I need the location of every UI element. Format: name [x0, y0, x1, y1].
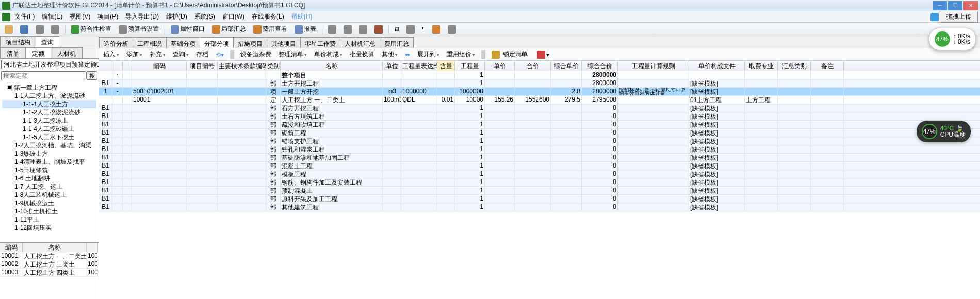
rt-i2[interactable]: ⬌ [403, 50, 412, 59]
tree-node[interactable]: 1-8人工装机械运土 [2, 191, 96, 199]
tb-i9[interactable] [445, 24, 459, 35]
rt-batch[interactable]: 批量换算 [348, 49, 377, 60]
tree-node[interactable]: 1-1-3人工挖冻土 [2, 117, 96, 125]
quota-select[interactable]: 河北省土地开发整理项目预算定额02 [1, 60, 112, 69]
tree-node[interactable]: 1-1-2人工挖淤泥流砂 [2, 108, 96, 117]
rt-add[interactable]: 添加 [124, 49, 144, 60]
col-head-17[interactable]: 单价构成文件 [689, 61, 745, 71]
col-head-4[interactable]: 项目编号 [187, 61, 218, 71]
tree-node[interactable]: 1-12回填压实 [2, 224, 96, 232]
table-row[interactable]: B1部砌筑工程10[缺省模板] [99, 129, 980, 137]
tb-i1[interactable] [325, 24, 339, 35]
search-button[interactable]: 搜 [86, 71, 97, 80]
table-row[interactable]: B1部土石方填筑工程10[缺省模板] [99, 112, 980, 121]
menu-edit[interactable]: 编辑(E) [39, 11, 66, 22]
col-head-11[interactable]: 工程量 [455, 61, 485, 71]
tree-node[interactable]: 1-5田埂修筑 [2, 166, 96, 174]
rt-sort[interactable]: 整理清单 [276, 49, 309, 60]
table-row[interactable]: -整个项目12800000 [99, 71, 980, 79]
col-head-9[interactable]: 工程量表达式 [401, 61, 437, 71]
cloud-icon[interactable] [930, 13, 939, 21]
rt-i3[interactable]: ▾ [535, 49, 551, 60]
col-head-5[interactable]: 主要技术条款编码 [218, 61, 266, 71]
rtab-0[interactable]: 造价分析 [99, 37, 133, 48]
menu-system[interactable]: 系统(S) [191, 11, 218, 22]
table-row[interactable]: B1-部土方开挖工程12800000[缺省模板] [99, 79, 980, 88]
tab-project-structure[interactable]: 项目结构 [0, 36, 36, 47]
subtab-list[interactable]: 清单 [0, 47, 26, 58]
col-head-8[interactable]: 单位 [383, 61, 401, 71]
search-input[interactable] [1, 71, 86, 80]
rt-supp[interactable]: 补充 [148, 49, 168, 60]
table-row[interactable]: B1部钢筋、钢构件加工及安装工程10[缺省模板] [99, 178, 980, 187]
rt-query[interactable]: 查询 [171, 49, 191, 60]
col-head-7[interactable]: 名称 [281, 61, 383, 71]
upload-button[interactable]: 拖拽上传 [940, 11, 978, 23]
tree-node[interactable]: 1-1-5人工水下挖土 [2, 133, 96, 141]
col-head-10[interactable]: 含量 [437, 61, 455, 71]
rt-lock[interactable]: 锁定清单 [489, 48, 532, 61]
table-row[interactable]: 10001定人工挖土方 一、二类土100m3QDL0.0110000155.26… [99, 96, 980, 104]
subtab-quota[interactable]: 定额 [25, 47, 51, 58]
table-row[interactable]: B1部锚喷支护工程10[缺省模板] [99, 137, 980, 145]
tree-node[interactable]: 1-6 土地翻耕 [2, 174, 96, 182]
menu-help[interactable]: 帮助(H) [288, 11, 316, 22]
table-row[interactable]: B1部疏浚和吹填工程10[缺省模板] [99, 121, 980, 129]
menu-window[interactable]: 窗口(W) [219, 11, 248, 22]
col-head-6[interactable]: 类别 [266, 61, 281, 71]
rtab-3[interactable]: 分部分项 [200, 37, 234, 48]
tb-prop[interactable]: 属性窗口 [168, 23, 207, 35]
table-row[interactable]: B1部混凝土工程10[缺省模板] [99, 162, 980, 170]
rt-equip[interactable]: 设备运杂费 [238, 49, 273, 60]
col-head-3[interactable]: 编码 [132, 61, 187, 71]
col-head-2[interactable] [123, 61, 132, 71]
tb-report[interactable]: 报表 [292, 23, 319, 35]
tree-node[interactable]: 1-4清理表土、削坡及找平 [2, 158, 96, 166]
tb-i5[interactable]: B [392, 24, 402, 35]
quota-dropdown[interactable]: 河北省土地开发整理项目预算定额02 ▾ [0, 59, 99, 70]
rtab-7[interactable]: 人材机汇总 [340, 37, 380, 48]
tree-node[interactable]: 1-1人工挖土方、淤泥流砂 [2, 92, 96, 100]
tb-i8[interactable] [430, 24, 443, 35]
tree-node[interactable]: 1-7 人工挖、运土 [2, 182, 96, 191]
menu-maintain[interactable]: 维护(D) [163, 11, 190, 22]
tb-i6[interactable] [404, 24, 417, 35]
bg-row[interactable]: 10001人工挖土方 一、二类土100 [0, 252, 99, 260]
tb-open[interactable] [2, 24, 15, 35]
rt-i1[interactable]: ⟲▾ [214, 50, 226, 59]
tb-check[interactable]: 符合性检查 [69, 23, 114, 35]
close-button[interactable]: ✕ [963, 1, 978, 10]
main-grid[interactable]: 编码项目编号主要技术条款编码类别名称单位工程量表达式含量工程量单价合价综合单价综… [99, 61, 980, 299]
maximize-button[interactable]: ☐ [948, 1, 962, 10]
rtab-8[interactable]: 费用汇总 [380, 37, 414, 48]
bg-row[interactable]: 10003人工挖土方 四类土100 [0, 269, 99, 277]
rtab-5[interactable]: 其他项目 [267, 37, 301, 48]
menu-import[interactable]: 导入导出(D) [122, 11, 162, 22]
col-head-0[interactable] [99, 61, 112, 71]
rtab-1[interactable]: 工程概况 [133, 37, 167, 48]
col-head-12[interactable]: 单价 [485, 61, 515, 71]
tb-i2[interactable] [341, 24, 354, 35]
subtab-material[interactable]: 人材机 [51, 47, 83, 58]
table-row[interactable]: B1部预制混凝土10[缺省模板] [99, 187, 980, 195]
tree-node[interactable]: 1-1-4人工挖砂礓土 [2, 125, 96, 133]
tb-settings[interactable]: 预算书设置 [116, 23, 161, 35]
col-head-14[interactable]: 综合单价 [551, 61, 582, 71]
tree-node[interactable]: 1-11平土 [2, 215, 96, 224]
rtab-2[interactable]: 基础分项 [166, 37, 200, 48]
tb-i7[interactable]: ¶ [419, 24, 428, 35]
menu-view[interactable]: 视图(V) [67, 11, 93, 22]
table-row[interactable]: B1部模板工程10[缺省模板] [99, 170, 980, 178]
table-row[interactable]: B1部基础防渗和地基加固工程10[缺省模板] [99, 154, 980, 162]
rt-insert[interactable]: 插入 [101, 49, 121, 60]
tree-node[interactable]: ▣ 第一章土方工程 [2, 84, 96, 92]
rt-other[interactable]: 其他 [380, 49, 400, 60]
tb-i3[interactable] [356, 24, 370, 35]
table-row[interactable]: B1部钻孔和灌浆工程10[缺省模板] [99, 145, 980, 154]
col-head-16[interactable]: 工程量计算规则 [618, 61, 689, 71]
rt-price[interactable]: 单价构成 [312, 49, 345, 60]
col-head-19[interactable]: 汇总类别 [778, 61, 811, 71]
tb-cost[interactable]: 费用查看 [251, 23, 290, 35]
rtab-4[interactable]: 措施项目 [233, 37, 267, 48]
table-row[interactable]: B1部原料开采及加工工程10[缺省模板] [99, 195, 980, 203]
